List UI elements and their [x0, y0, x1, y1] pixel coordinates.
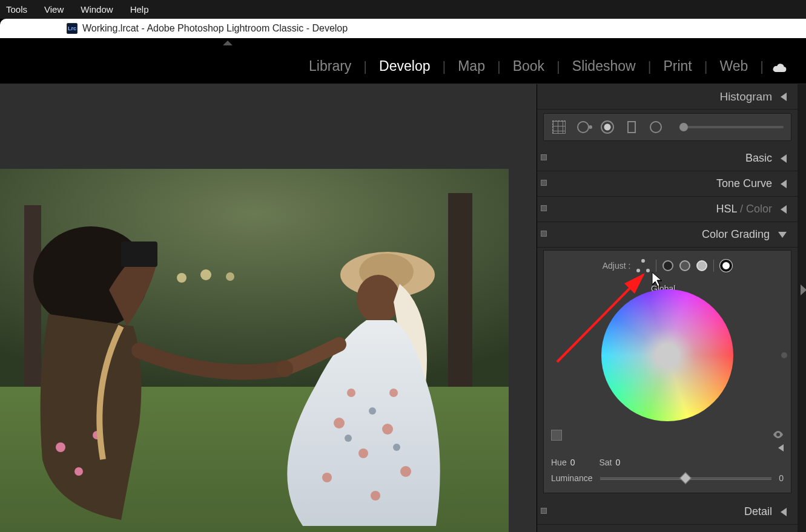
collapse-icon	[781, 93, 787, 101]
panel-histogram-label: Histogram	[719, 90, 772, 103]
highlights-wheel-icon[interactable]	[696, 260, 707, 271]
photo-preview	[0, 169, 509, 532]
panel-detail-header[interactable]: Detail	[537, 499, 798, 525]
image-viewer[interactable]	[0, 84, 537, 532]
svg-point-14	[357, 275, 400, 323]
svg-point-22	[389, 389, 398, 397]
slider-thumb[interactable]	[679, 123, 688, 131]
preview-eye-icon[interactable]	[773, 430, 784, 440]
hsl-separator: /	[737, 203, 746, 215]
svg-point-8	[56, 442, 65, 452]
svg-rect-11	[121, 241, 157, 267]
separator	[713, 260, 714, 272]
color-wheel-container	[551, 289, 784, 421]
svg-point-15	[334, 418, 345, 429]
module-library[interactable]: Library	[297, 58, 363, 74]
global-wheel-icon[interactable]	[720, 260, 732, 272]
main-area: Histogram Basic Tone Curve	[0, 84, 806, 532]
color-swatch[interactable]	[551, 430, 562, 441]
hue-label: Hue	[551, 458, 567, 467]
module-web[interactable]: Web	[707, 58, 760, 74]
menu-tools[interactable]: Tools	[6, 4, 27, 15]
module-develop[interactable]: Develop	[367, 58, 442, 74]
crop-tool-icon[interactable]	[551, 119, 567, 135]
panel-color-label[interactable]: Color	[746, 203, 772, 215]
redeye-tool-icon[interactable]	[600, 119, 615, 135]
svg-point-5	[200, 269, 211, 280]
panel-colorgrading-header[interactable]: Color Grading	[537, 222, 798, 248]
sat-value[interactable]: 0	[616, 458, 621, 467]
cloud-sync-icon[interactable]	[771, 61, 788, 72]
color-wheel-handle[interactable]	[662, 350, 672, 360]
svg-point-4	[177, 273, 187, 283]
svg-point-21	[347, 389, 355, 397]
spot-removal-icon[interactable]	[575, 119, 591, 135]
panel-detail-label: Detail	[744, 505, 772, 518]
panel-toggle-switch[interactable]	[541, 154, 547, 160]
os-menubar: Tools View Window Help	[0, 0, 806, 19]
module-book[interactable]: Book	[501, 58, 557, 74]
midtones-wheel-icon[interactable]	[679, 260, 690, 271]
module-picker: Library | Develop | Map | Book | Slidesh…	[0, 49, 806, 84]
svg-point-23	[345, 435, 352, 442]
luminance-value[interactable]: 0	[779, 473, 784, 483]
expand-top-panel-icon[interactable]	[223, 41, 233, 45]
panel-basic-label: Basic	[745, 152, 772, 165]
sat-label: Sat	[599, 458, 612, 467]
svg-point-20	[371, 491, 380, 501]
radial-filter-icon[interactable]	[648, 119, 664, 135]
separator	[656, 260, 656, 272]
panel-toggle-switch[interactable]	[541, 180, 547, 186]
luminance-slider[interactable]	[600, 476, 772, 480]
app-icon: Lrc	[67, 23, 78, 34]
collapse-icon	[781, 154, 787, 163]
mask-amount-slider[interactable]	[679, 126, 784, 128]
menu-window[interactable]: Window	[81, 4, 113, 15]
svg-point-9	[74, 467, 83, 476]
panel-hsl-header[interactable]: HSL / Color	[537, 197, 798, 222]
svg-point-25	[393, 444, 400, 451]
menu-view[interactable]: View	[44, 4, 64, 15]
svg-point-26	[276, 360, 293, 377]
panel-toggle-switch[interactable]	[541, 231, 547, 237]
svg-point-16	[358, 448, 368, 458]
graduated-filter-icon[interactable]	[624, 119, 639, 135]
menu-help[interactable]: Help	[130, 4, 149, 15]
luminance-slider-thumb[interactable]	[679, 472, 692, 484]
panel-tonecurve-header[interactable]: Tone Curve	[537, 171, 798, 197]
panel-lens-header[interactable]: Lens Corrections	[537, 525, 798, 532]
panel-toggle-switch[interactable]	[541, 508, 547, 514]
module-map[interactable]: Map	[446, 58, 497, 74]
color-grading-adjust-row: Adjust :	[551, 259, 784, 272]
svg-point-24	[369, 407, 376, 415]
adjust-label: Adjust :	[603, 261, 631, 271]
svg-rect-3	[448, 193, 472, 387]
svg-point-17	[382, 424, 393, 435]
svg-point-19	[400, 466, 411, 477]
panel-basic-header[interactable]: Basic	[537, 146, 798, 171]
svg-point-18	[322, 473, 332, 482]
module-slideshow[interactable]: Slideshow	[560, 58, 648, 74]
collapse-icon	[781, 205, 787, 214]
luminance-label: Luminance	[551, 473, 593, 483]
hue-value[interactable]: 0	[570, 458, 575, 467]
window-titlebar: Lrc Working.lrcat - Adobe Photoshop Ligh…	[0, 19, 806, 38]
svg-point-6	[226, 272, 234, 281]
top-collapse-strip	[0, 38, 806, 49]
module-print[interactable]: Print	[651, 58, 704, 74]
global-color-wheel[interactable]	[601, 289, 733, 421]
hue-rotation-handle[interactable]	[781, 352, 787, 358]
collapse-icon	[781, 180, 787, 188]
three-way-view-icon[interactable]	[636, 259, 650, 272]
expand-icon	[778, 232, 787, 238]
panel-toggle-switch[interactable]	[541, 205, 547, 211]
separator: |	[760, 59, 764, 74]
color-grading-controls: Hue0 Sat0 Luminance 0	[551, 430, 784, 483]
expand-right-panel-icon[interactable]	[801, 284, 806, 295]
collapse-hue-sat-icon[interactable]	[778, 444, 784, 452]
panel-hsl-label[interactable]: HSL	[716, 203, 737, 215]
panel-histogram-header[interactable]: Histogram	[537, 84, 798, 110]
panel-tonecurve-label: Tone Curve	[716, 177, 772, 190]
color-grading-panel: Adjust :	[543, 250, 791, 493]
shadows-wheel-icon[interactable]	[662, 260, 673, 271]
